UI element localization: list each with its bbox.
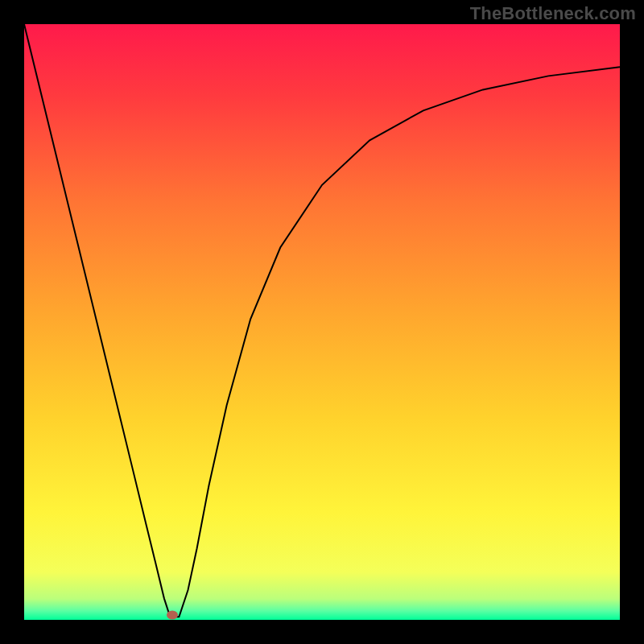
curve-layer — [24, 24, 620, 620]
optimal-point-marker — [167, 611, 178, 620]
bottleneck-curve — [24, 24, 620, 617]
plot-area — [24, 24, 620, 620]
chart-frame: TheBottleneck.com — [0, 0, 644, 644]
watermark-text: TheBottleneck.com — [470, 3, 636, 24]
